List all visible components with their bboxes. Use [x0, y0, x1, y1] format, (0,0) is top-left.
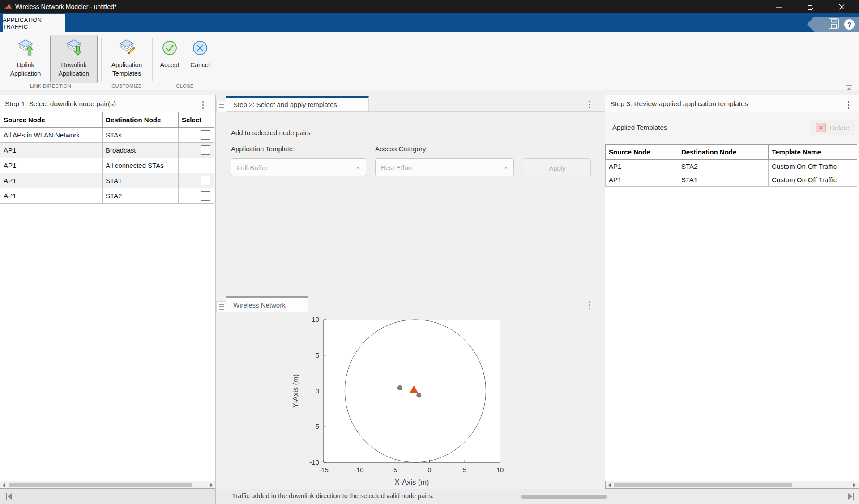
application-templates-icon: [118, 39, 136, 59]
step1-panel: Step 1: Select downlink node pair(s) Sou…: [0, 95, 215, 481]
step3-horizontal-scrollbar[interactable]: [605, 481, 859, 489]
add-to-node-pairs-label: Add to selected node pairs: [231, 129, 311, 137]
column-header[interactable]: Source Node: [0, 112, 103, 128]
table-cell: All APs in WLAN Network: [0, 128, 103, 143]
accept-button[interactable]: Accept: [156, 35, 184, 83]
select-checkbox[interactable]: [201, 161, 210, 170]
group-label-customize: CUSTOMIZE: [103, 83, 150, 89]
table-row[interactable]: All APs in WLAN NetworkSTAs: [0, 128, 214, 143]
table-row[interactable]: AP1All connected STAs: [0, 158, 214, 173]
application-templates-label: ApplicationTemplates: [111, 61, 142, 78]
collapse-toolstrip-icon[interactable]: [845, 84, 853, 93]
downlink-application-button[interactable]: DownlinkApplication: [50, 35, 98, 83]
application-template-dropdown[interactable]: Full-Buffer ▼: [231, 158, 366, 176]
skip-to-start-icon[interactable]: [5, 493, 13, 502]
grip-icon: [219, 104, 224, 109]
delete-button[interactable]: ✕ Delete: [810, 120, 855, 135]
status-message: Traffic added in the downlink direction …: [232, 492, 434, 500]
cancel-button[interactable]: Cancel: [186, 35, 214, 83]
group-label-link-direction: LINK DIRECTION: [4, 83, 98, 89]
sta-node-marker[interactable]: [397, 385, 402, 390]
x-tick-label: 10: [496, 466, 504, 474]
tab-application-traffic[interactable]: APPLICATION TRAFFIC: [3, 14, 65, 32]
wireless-network-panel: Wireless Network -15-10-50510-10-50510X-…: [216, 295, 605, 489]
scroll-right-icon[interactable]: [210, 483, 213, 487]
select-checkbox[interactable]: [201, 145, 210, 155]
table-cell: AP1: [0, 158, 103, 173]
step1-horizontal-scrollbar[interactable]: [0, 481, 215, 489]
scroll-right-icon[interactable]: [853, 483, 855, 487]
select-checkbox[interactable]: [201, 191, 210, 201]
table-row[interactable]: AP1STA2: [0, 188, 214, 204]
minimize-button[interactable]: [763, 0, 795, 13]
column-header[interactable]: Template Name: [769, 145, 857, 160]
tab-wireless-network[interactable]: Wireless Network: [226, 296, 308, 312]
network-menu-icon[interactable]: [587, 299, 592, 311]
scrollbar-thumb[interactable]: [9, 483, 192, 487]
scrollbar-thumb[interactable]: [614, 483, 792, 487]
app-window: Wireless Network Modeler - untitled* APP…: [0, 0, 859, 504]
step2-menu-icon[interactable]: [587, 99, 592, 110]
column-header[interactable]: Select: [179, 112, 214, 128]
close-icon[interactable]: [826, 0, 857, 13]
sta-node-marker[interactable]: [416, 393, 421, 398]
select-cell: [179, 128, 214, 143]
window-title: Wireless Network Modeler - untitled*: [15, 3, 116, 10]
restore-button[interactable]: [795, 0, 826, 13]
tab-step2[interactable]: Step 2: Select and apply templates: [226, 96, 369, 111]
network-tab-strip: Wireless Network: [216, 295, 605, 312]
help-icon[interactable]: ?: [844, 19, 855, 30]
table-row[interactable]: AP1STA1Custom On-Off Traffic: [606, 173, 857, 187]
table-cell: STA1: [678, 173, 769, 187]
x-tick-label: -5: [391, 466, 397, 474]
status-bar-pill: [521, 495, 607, 499]
application-template-value: Full-Buffer: [237, 164, 268, 171]
save-icon[interactable]: [828, 17, 840, 31]
toolbar-separator: [101, 38, 102, 81]
step2-panel-grip[interactable]: [216, 101, 227, 112]
applied-templates-section: Applied Templates ✕ Delete: [605, 112, 859, 144]
tab-wireless-network-label: Wireless Network: [233, 301, 286, 309]
column-header[interactable]: Destination Node: [103, 112, 179, 128]
select-cell: [179, 188, 214, 204]
grip-icon: [219, 304, 224, 310]
column-header[interactable]: Source Node: [606, 145, 678, 160]
step1-header: Step 1: Select downlink node pair(s): [0, 95, 215, 112]
application-templates-button[interactable]: ApplicationTemplates: [104, 35, 150, 83]
access-category-dropdown[interactable]: Best Effort ▼: [375, 158, 514, 176]
toolbar-separator: [152, 38, 153, 81]
select-checkbox[interactable]: [201, 130, 210, 140]
network-plot: -15-10-50510-10-50510X-Axis (m)Y-Axis (m…: [216, 312, 604, 489]
select-checkbox[interactable]: [201, 176, 210, 185]
table-cell: AP1: [0, 188, 103, 204]
titlebar: Wireless Network Modeler - untitled*: [0, 0, 859, 13]
quick-access-toolbar: ?: [807, 17, 859, 32]
status-divider: [605, 489, 605, 504]
skip-to-end-icon[interactable]: [847, 493, 855, 502]
table-row[interactable]: AP1STA1: [0, 173, 214, 188]
table-cell: AP1: [606, 160, 678, 173]
select-cell: [179, 158, 214, 173]
status-left-section: [0, 489, 216, 504]
apply-button[interactable]: Apply: [524, 158, 591, 177]
cancel-icon: [191, 39, 209, 59]
scroll-left-icon[interactable]: [608, 483, 611, 487]
step2-tab-strip: Step 2: Select and apply templates: [216, 95, 605, 112]
table-cell: STA2: [678, 160, 769, 173]
table-cell: Broadcast: [103, 143, 179, 158]
column-header[interactable]: Destination Node: [678, 145, 769, 160]
node-pairs-table: Source NodeDestination NodeSelectAll APs…: [0, 112, 214, 204]
ribbon-tab-strip: APPLICATION TRAFFIC ?: [0, 13, 859, 32]
network-panel-grip[interactable]: [216, 301, 227, 312]
uplink-application-button[interactable]: UplinkApplication: [4, 35, 47, 83]
select-cell: [179, 143, 214, 158]
scroll-left-icon[interactable]: [3, 483, 5, 487]
table-row[interactable]: AP1STA2Custom On-Off Traffic: [606, 160, 857, 173]
step1-menu-icon[interactable]: [201, 99, 205, 111]
access-category-label: Access Category:: [375, 145, 428, 153]
chevron-down-icon: ▼: [504, 165, 508, 170]
step3-menu-icon[interactable]: [846, 99, 851, 111]
table-row[interactable]: AP1Broadcast: [0, 143, 214, 158]
toolbar-separator: [217, 38, 217, 81]
matlab-logo-icon: [4, 3, 13, 11]
